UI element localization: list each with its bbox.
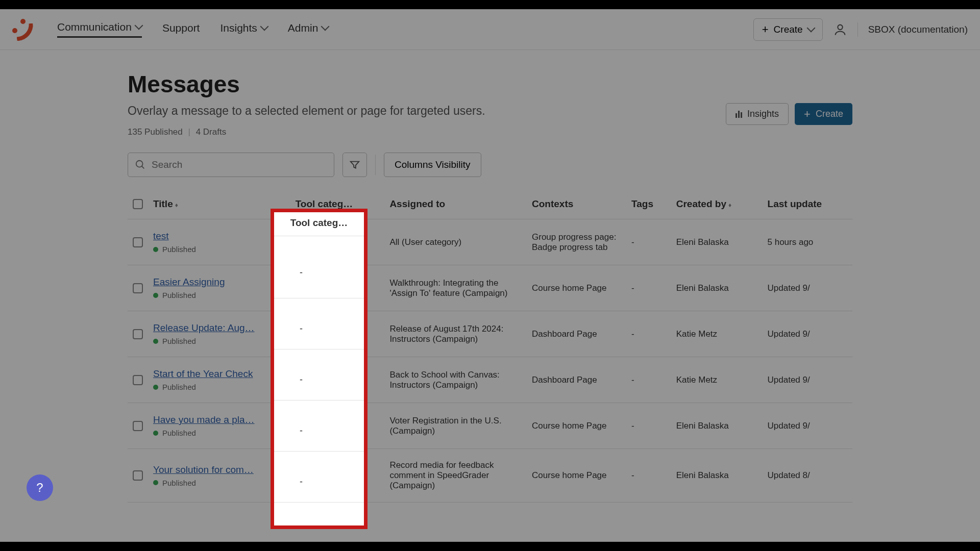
divider (857, 22, 858, 37)
tags-cell: - (626, 403, 671, 449)
col-tags[interactable]: Tags (626, 189, 671, 219)
nav-label: Support (162, 22, 200, 34)
created-by-cell: Katie Metz (671, 311, 763, 357)
created-by-cell: Eleni Balaska (671, 403, 763, 449)
nav-support[interactable]: Support (162, 22, 200, 37)
insights-button[interactable]: Insights (726, 103, 789, 125)
user-icon[interactable] (833, 22, 847, 37)
tool-category-cell: - (290, 449, 385, 503)
filter-icon (349, 159, 360, 170)
status-badge: Published (153, 245, 285, 254)
message-title-link[interactable]: Your solution for com… (153, 464, 285, 475)
tags-cell: - (626, 265, 671, 311)
top-navigation: Communication Support Insights Admin + C… (0, 9, 980, 50)
svg-line-2 (142, 166, 144, 169)
table-row: Release Update: Aug… Published - Release… (128, 311, 852, 357)
search-input[interactable] (128, 153, 334, 177)
tool-category-cell: - (290, 357, 385, 403)
status-badge: Published (153, 383, 285, 391)
tool-category-cell: - (290, 403, 385, 449)
search-box (128, 153, 334, 177)
last-updated-cell: Updated 9/ (763, 311, 852, 357)
row-checkbox[interactable] (133, 421, 143, 431)
col-assigned-to[interactable]: Assigned to (384, 189, 527, 219)
col-contexts[interactable]: Contexts (527, 189, 626, 219)
row-checkbox[interactable] (133, 329, 143, 339)
col-tool-category[interactable]: Tool categ… (290, 189, 385, 219)
create-button[interactable]: + Create (795, 103, 852, 125)
tags-cell: - (626, 449, 671, 503)
chevron-down-icon (321, 22, 330, 31)
svg-point-0 (838, 24, 842, 29)
tool-category-cell: - (290, 265, 385, 311)
col-created-by[interactable]: Created by♦ (671, 189, 763, 219)
assigned-to-cell: Walkthrough: Integrating the 'Assign To'… (384, 265, 527, 311)
row-checkbox[interactable] (133, 283, 143, 293)
tool-category-cell: - (290, 219, 385, 265)
plus-icon: + (762, 24, 769, 35)
assigned-to-cell: Voter Registration in the U.S. (Campaign… (384, 403, 527, 449)
message-title-link[interactable]: Start of the Year Check (153, 368, 285, 380)
columns-visibility-button[interactable]: Columns Visibility (384, 153, 481, 177)
created-by-cell: Eleni Balaska (671, 265, 763, 311)
filter-button[interactable] (342, 153, 367, 177)
contexts-cell: Course home Page (527, 265, 626, 311)
nav-label: Communication (57, 21, 132, 33)
create-label: Create (816, 109, 843, 119)
status-badge: Published (153, 479, 285, 487)
message-title-link[interactable]: Release Update: Aug… (153, 322, 285, 334)
svg-point-1 (136, 161, 143, 167)
status-badge: Published (153, 429, 285, 437)
row-checkbox[interactable] (133, 470, 143, 481)
status-badge: Published (153, 291, 285, 299)
page-subtitle: Overlay a message to a selected element … (128, 104, 485, 118)
tags-cell: - (626, 357, 671, 403)
status-badge: Published (153, 337, 285, 345)
search-icon (135, 159, 146, 170)
contexts-cell: Dashboard Page (527, 357, 626, 403)
created-by-cell: Katie Metz (671, 357, 763, 403)
assigned-to-cell: Back to School with Canvas: Instructors … (384, 357, 527, 403)
tags-cell: - (626, 311, 671, 357)
table-row: Your solution for com… Published - Recor… (128, 449, 852, 503)
col-last-updated[interactable]: Last update (763, 189, 852, 219)
tags-cell: - (626, 219, 671, 265)
nav-label: Admin (288, 22, 318, 34)
chevron-down-icon (134, 21, 143, 30)
help-icon: ? (36, 481, 43, 495)
row-checkbox[interactable] (133, 375, 143, 385)
app-logo (12, 19, 34, 40)
nav-communication[interactable]: Communication (57, 21, 142, 38)
col-title[interactable]: Title♦ (148, 189, 290, 219)
nav-admin[interactable]: Admin (288, 22, 329, 37)
select-all-checkbox[interactable] (133, 199, 143, 209)
table-row: Have you made a pla… Published - Voter R… (128, 403, 852, 449)
assigned-to-cell: All (User category) (384, 219, 527, 265)
contexts-cell: Course home Page (527, 449, 626, 503)
message-title-link[interactable]: test (153, 231, 285, 242)
created-by-cell: Eleni Balaska (671, 219, 763, 265)
account-label[interactable]: SBOX (documentation) (868, 24, 968, 35)
assigned-to-cell: Release of August 17th 2024: Instructors… (384, 311, 527, 357)
help-button[interactable]: ? (27, 474, 53, 501)
tool-category-cell: - (290, 311, 385, 357)
table-row: Easier Assigning Published - Walkthrough… (128, 265, 852, 311)
status-counts: 135 Published | 4 Drafts (128, 127, 485, 137)
last-updated-cell: Updated 9/ (763, 357, 852, 403)
contexts-cell: Group progress page: Badge progress tab (527, 219, 626, 265)
table-row: test Published - All (User category) Gro… (128, 219, 852, 265)
contexts-cell: Course home Page (527, 403, 626, 449)
page-title: Messages (128, 70, 485, 98)
row-checkbox[interactable] (133, 237, 143, 247)
chevron-down-icon (260, 22, 268, 31)
created-by-cell: Eleni Balaska (671, 449, 763, 503)
create-button-top[interactable]: + Create (753, 18, 823, 41)
message-title-link[interactable]: Easier Assigning (153, 277, 285, 288)
drafts-count: 4 Drafts (196, 127, 227, 137)
chevron-down-icon (806, 23, 815, 32)
contexts-cell: Dashboard Page (527, 311, 626, 357)
message-title-link[interactable]: Have you made a pla… (153, 414, 285, 425)
nav-insights[interactable]: Insights (220, 22, 267, 37)
published-count: 135 Published (128, 127, 183, 137)
last-updated-cell: Updated 9/ (763, 265, 852, 311)
